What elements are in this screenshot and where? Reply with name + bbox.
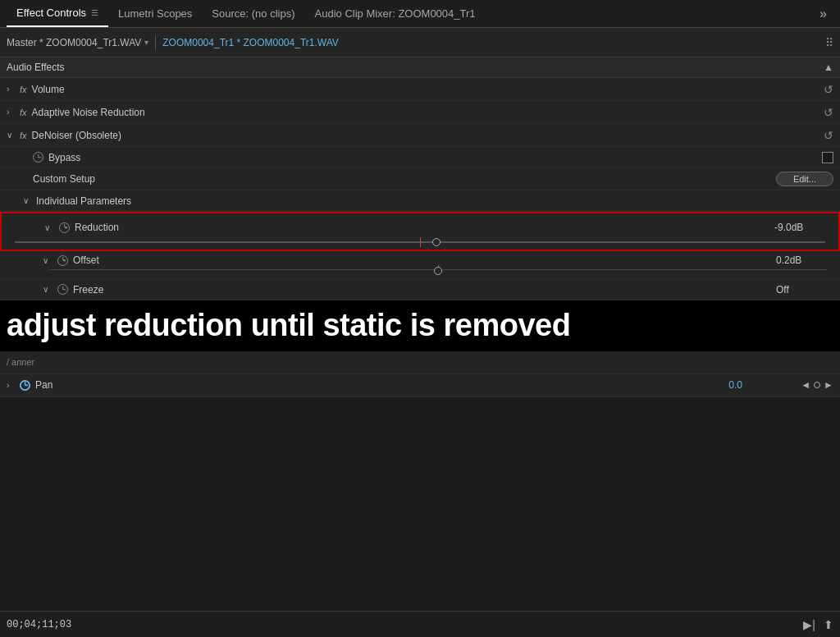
denoiser-reset-icon[interactable]: ↺: [824, 129, 833, 142]
master-row: Master * ZOOM0004_Tr1.WAV ▾ ZOOM0004_Tr1…: [0, 28, 840, 57]
reduction-label: Reduction: [75, 222, 774, 233]
anr-fx-badge: fx: [20, 108, 27, 117]
volume-fx-badge: fx: [20, 85, 27, 94]
master-dropdown-arrow: ▾: [144, 38, 148, 47]
freeze-clock-icon[interactable]: [57, 284, 68, 295]
anr-effect-name: Adaptive Noise Reduction: [32, 107, 824, 118]
grid-icon[interactable]: ⠿: [825, 36, 833, 49]
custom-setup-label: Custom Setup: [33, 173, 776, 185]
master-clip-label: ZOOM0004_Tr1 * ZOOM0004_Tr1.WAV: [162, 37, 339, 48]
offset-value: 0.2dB: [776, 254, 833, 266]
panner-partial-label: / anner: [7, 357, 34, 367]
volume-effect-row: › fx Volume ↺: [0, 78, 840, 101]
denoiser-effect-row: ∨ fx DeNoiser (Obsolete) ↺: [0, 124, 840, 147]
pan-chevron[interactable]: ›: [7, 381, 16, 390]
individual-params-row: ∨ Individual Parameters: [0, 190, 840, 212]
custom-setup-row: Custom Setup Edit...: [0, 168, 840, 190]
indiv-params-chevron[interactable]: ∨: [23, 196, 33, 205]
volume-effect-name: Volume: [32, 84, 824, 95]
tab-source[interactable]: Source: (no clips): [202, 0, 304, 27]
tab-bar: Effect Controls ☰ Lumetri Scopes Source:…: [0, 0, 840, 28]
play-to-next-icon[interactable]: ▶|: [803, 618, 815, 631]
reduction-value: -9.0dB: [774, 222, 832, 233]
reduction-slider-thumb[interactable]: [432, 238, 441, 246]
pan-value: 0.0: [728, 379, 794, 391]
bypass-label: Bypass: [48, 152, 822, 163]
offset-label: Offset: [73, 254, 776, 266]
offset-slider-area: [43, 266, 833, 275]
caption-overlay: adjust reduction until static is removed: [0, 300, 840, 351]
tab-more-button[interactable]: »: [813, 7, 833, 21]
pan-row: › Pan 0.0 ◄ ►: [0, 374, 840, 397]
tab-effect-controls[interactable]: Effect Controls ☰: [7, 0, 108, 27]
bottom-bar: 00;04;11;03 ▶| ⬆: [0, 611, 840, 637]
bypass-checkbox[interactable]: [822, 152, 833, 163]
freeze-row: ∨ Freeze Off: [0, 279, 840, 300]
freeze-chevron[interactable]: ∨: [43, 285, 52, 294]
master-label: Master * ZOOM0004_Tr1.WAV: [7, 37, 141, 48]
anr-reset-icon[interactable]: ↺: [824, 106, 833, 119]
tab-audio-clip-mixer[interactable]: Audio Clip Mixer: ZOOM0004_Tr1: [305, 0, 486, 27]
caption-text: adjust reduction until static is removed: [7, 308, 570, 342]
reduction-clock-icon[interactable]: [59, 222, 70, 233]
freeze-label: Freeze: [73, 284, 776, 296]
offset-clock-icon[interactable]: [57, 255, 68, 266]
freeze-value: Off: [776, 284, 833, 296]
reduction-slider-line: [420, 237, 421, 247]
scroll-up-icon: ▲: [824, 62, 833, 73]
adaptive-noise-row: › fx Adaptive Noise Reduction ↺: [0, 101, 840, 124]
individual-params-label: Individual Parameters: [36, 195, 833, 207]
pan-keyframe-icon[interactable]: [814, 382, 820, 388]
panner-partial-row: / anner: [0, 351, 840, 374]
reduction-slider-area: [2, 241, 838, 250]
volume-reset-icon[interactable]: ↺: [824, 83, 833, 96]
tab-lumetri-scopes[interactable]: Lumetri Scopes: [108, 0, 202, 27]
audio-effects-header: Audio Effects ▲: [0, 57, 840, 78]
pan-label: Pan: [35, 379, 728, 391]
bypass-row: Bypass: [0, 147, 840, 168]
denoiser-effect-name: DeNoiser (Obsolete): [32, 130, 824, 141]
reduction-chevron[interactable]: ∨: [44, 223, 54, 232]
offset-slider-thumb[interactable]: [434, 267, 442, 275]
master-divider: [155, 35, 156, 50]
edit-button[interactable]: Edit...: [776, 172, 833, 186]
pan-clock-icon[interactable]: [20, 380, 30, 391]
reduction-section: ∨ Reduction -9.0dB: [0, 212, 840, 251]
pan-left-arrow[interactable]: ◄: [801, 379, 810, 391]
export-icon[interactable]: ⬆: [824, 618, 833, 631]
bottom-icons: ▶| ⬆: [803, 618, 833, 631]
pan-right-arrow[interactable]: ►: [824, 379, 833, 391]
offset-row: ∨ Offset 0.2dB: [0, 251, 840, 279]
audio-effects-label: Audio Effects: [7, 62, 65, 73]
bypass-clock-icon[interactable]: [33, 152, 43, 163]
master-dropdown[interactable]: Master * ZOOM0004_Tr1.WAV ▾: [7, 37, 148, 48]
timecode-display: 00;04;11;03: [7, 619, 71, 630]
anr-chevron[interactable]: ›: [7, 108, 16, 117]
denoiser-fx-badge: fx: [20, 131, 27, 140]
offset-chevron[interactable]: ∨: [43, 256, 52, 265]
denoiser-chevron[interactable]: ∨: [7, 131, 16, 140]
effect-controls-menu-icon[interactable]: ☰: [91, 8, 98, 17]
reduction-slider-track[interactable]: [15, 241, 825, 243]
volume-chevron[interactable]: ›: [7, 85, 16, 94]
